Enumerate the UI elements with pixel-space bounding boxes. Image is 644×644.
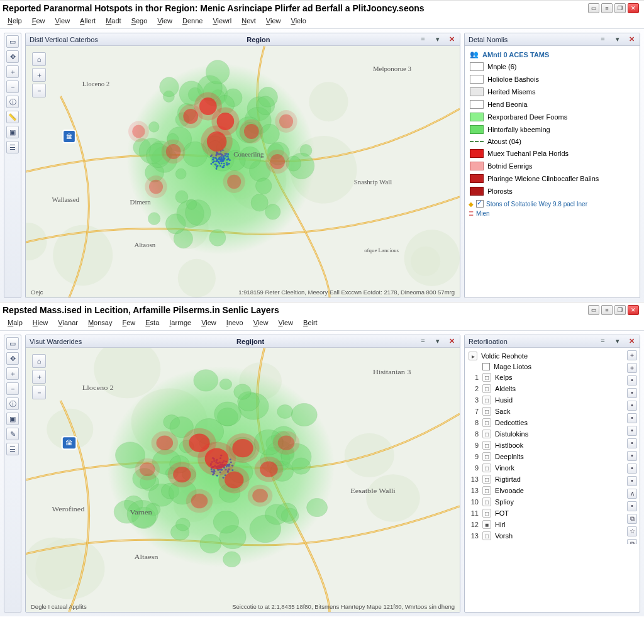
menu-item[interactable]: View — [50, 16, 75, 26]
checkbox[interactable] — [476, 200, 484, 208]
panel-close-icon[interactable]: ✕ — [628, 337, 636, 345]
panel-min-icon[interactable]: = — [599, 35, 607, 43]
panel-pin-icon[interactable]: ▾ — [433, 35, 441, 43]
menu-item[interactable]: Few — [117, 318, 140, 328]
menu-item[interactable]: View — [273, 318, 298, 328]
toc-side-button[interactable]: • — [627, 438, 637, 448]
menubar[interactable]: NelpFewViewAllertMadtSegoViewDenneViewrl… — [0, 14, 644, 29]
tool-layers[interactable]: ☰ — [6, 443, 19, 455]
toc-row[interactable]: 13□Vorsh — [467, 530, 637, 541]
toc-row[interactable]: 1□Kelps — [467, 372, 637, 383]
legend-item[interactable]: Muex Tuehanl Pela Horlds — [469, 147, 636, 160]
toc-side-button[interactable]: • — [627, 464, 637, 474]
menu-item[interactable]: View — [196, 318, 221, 328]
legend-footer[interactable]: ◆Stons of Soltatolie Wey 9.8 pacl Iner — [469, 200, 636, 208]
menu-item[interactable]: Malp — [3, 318, 28, 328]
menu-item[interactable]: Beirt — [298, 318, 323, 328]
toc-side-button[interactable]: ⧉ — [627, 514, 637, 524]
tool-edit[interactable]: ✎ — [6, 428, 19, 440]
toc-row[interactable]: 13□Elvooade — [467, 485, 637, 496]
tool-layers[interactable]: ☰ — [6, 141, 19, 153]
menu-item[interactable]: Inevo — [221, 318, 248, 328]
btn-min[interactable]: ▭ — [588, 3, 599, 13]
toc-row[interactable]: 9□Histlbook — [467, 440, 637, 451]
toc-row[interactable]: 8□Dedcotties — [467, 417, 637, 428]
tool-zoom-in[interactable]: ＋ — [6, 367, 19, 380]
toc-row[interactable]: 3□Husid — [467, 394, 637, 406]
tool-pointer[interactable]: ▭ — [6, 337, 19, 350]
map-viewport[interactable]: Lloceno 2Hisitanian 3WerofinedVarnenAlta… — [26, 348, 460, 612]
zoom-home-icon[interactable]: ⌂ — [32, 354, 46, 368]
legend-item[interactable]: Botnid Eenrigs — [469, 160, 636, 172]
toc-side-button[interactable]: ∧ — [627, 489, 637, 499]
toc-side-button[interactable]: • — [627, 426, 637, 436]
legend-item[interactable]: Hintorfally kbeeming — [469, 123, 636, 136]
legend-item[interactable]: Rexporbared Deer Fooms — [469, 111, 636, 123]
zoom-plus-icon[interactable]: ＋ — [32, 370, 46, 384]
tool-zoom-out[interactable]: － — [6, 80, 19, 93]
toc-side-button[interactable]: • — [627, 413, 637, 423]
toc-row[interactable]: Mage Liotos — [467, 362, 637, 372]
menu-item[interactable]: Monsay — [83, 318, 118, 328]
btn-restore[interactable]: ❐ — [614, 305, 626, 315]
tool-select[interactable]: ▣ — [6, 413, 19, 425]
legend-item[interactable]: Plaringe Wleione Cilnbocafler Baiins — [469, 172, 636, 185]
panel-close-icon[interactable]: ✕ — [448, 337, 456, 345]
toc-row[interactable]: 8□Distulokins — [467, 428, 637, 440]
panel-pin-icon[interactable]: ▾ — [433, 337, 441, 345]
tool-identify[interactable]: ⓘ — [6, 397, 19, 410]
zoom-plus-icon[interactable]: ＋ — [32, 68, 46, 82]
menu-item[interactable]: Allert — [75, 16, 101, 26]
btn-max[interactable]: ≡ — [601, 3, 613, 13]
legend-item[interactable]: Plorosts — [469, 185, 636, 197]
menu-item[interactable]: Sego — [126, 16, 153, 26]
btn-close[interactable]: ✕ — [628, 3, 639, 13]
legend-item[interactable]: Holioloe Bashois — [469, 73, 636, 86]
menu-item[interactable]: Nevt — [236, 16, 261, 26]
tool-pointer[interactable]: ▭ — [6, 35, 19, 48]
zoom-minus-icon[interactable]: － — [32, 84, 46, 97]
panel-pin-icon[interactable]: ▾ — [613, 337, 621, 345]
panel-min-icon[interactable]: = — [599, 337, 607, 345]
menu-item[interactable]: Iarrnge — [164, 318, 196, 328]
toc-side-button[interactable]: ＋ — [627, 350, 637, 360]
btn-close[interactable]: ✕ — [628, 305, 639, 315]
toc-row[interactable]: 9□Vinork — [467, 462, 637, 474]
zoom-minus-icon[interactable]: － — [32, 386, 46, 399]
tool-hand[interactable]: ✥ — [6, 50, 19, 63]
toc-side-button[interactable]: ☆ — [627, 526, 637, 536]
tool-zoom-out[interactable]: － — [6, 382, 19, 395]
panel-close-icon[interactable]: ✕ — [628, 35, 636, 43]
toc-row[interactable]: 2□Aldelts — [467, 383, 637, 394]
menu-item[interactable]: Viewrl — [208, 16, 236, 26]
legend-footer[interactable]: ≣Mien — [469, 210, 636, 217]
checkbox[interactable] — [482, 363, 490, 370]
menu-item[interactable]: Madt — [101, 16, 126, 26]
toc-row[interactable]: 13□Rigtirtad — [467, 474, 637, 485]
toc-side-button[interactable]: • — [627, 388, 637, 398]
btn-max[interactable]: ≡ — [601, 305, 613, 315]
tool-hand[interactable]: ✥ — [6, 352, 19, 365]
toc-row[interactable]: 10□Splioy — [467, 496, 637, 508]
tool-measure[interactable]: 📏 — [6, 111, 19, 123]
panel-min-icon[interactable]: = — [419, 337, 427, 345]
toc-row[interactable]: 9□Deeplnlts — [467, 451, 637, 462]
toc-side-button[interactable]: • — [627, 476, 637, 486]
tool-zoom-in[interactable]: ＋ — [6, 65, 19, 78]
legend-item[interactable]: Mnple (6) — [469, 60, 636, 73]
toc-row[interactable]: 7□Sack — [467, 406, 637, 417]
map-viewport[interactable]: Lloceno 2Melponorue 3ConeeriingWallassed… — [26, 46, 460, 297]
toc-side-button[interactable]: • — [627, 451, 637, 461]
toc-side-button[interactable]: • — [627, 375, 637, 386]
tool-select[interactable]: ▣ — [6, 126, 19, 138]
btn-restore[interactable]: ❐ — [614, 3, 626, 13]
toc-row[interactable]: 11□FOT — [467, 508, 637, 519]
legend-item[interactable]: Hend Beonia — [469, 98, 636, 111]
menu-item[interactable]: View — [261, 16, 286, 26]
menu-item[interactable]: Few — [27, 16, 50, 26]
menubar[interactable]: MalpHiewVianarMonsayFewEstaIarrngeViewIn… — [0, 316, 644, 331]
menu-item[interactable]: Vianar — [53, 318, 83, 328]
toc-side-button[interactable]: • — [627, 401, 637, 411]
menu-item[interactable]: View — [152, 16, 177, 26]
menu-item[interactable]: Hiew — [28, 318, 53, 328]
